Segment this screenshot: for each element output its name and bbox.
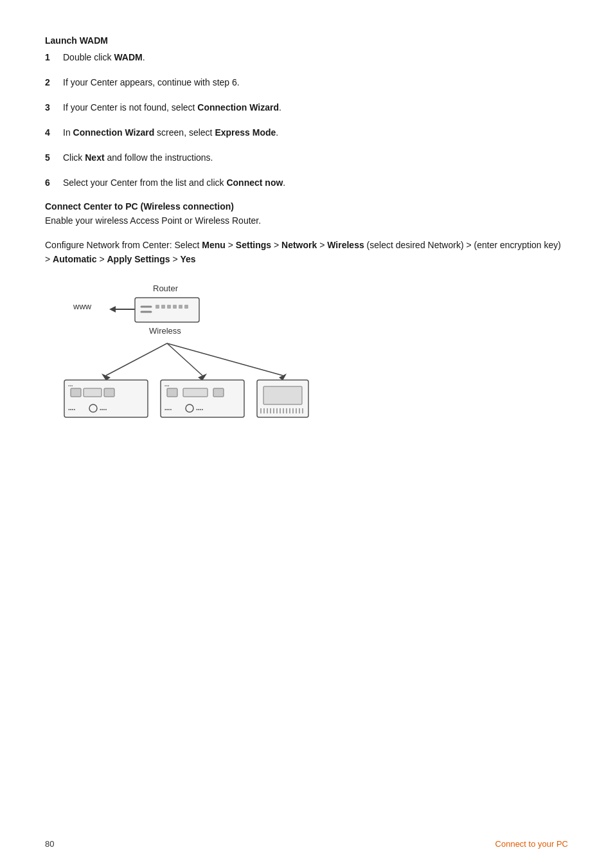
- www-label: www: [73, 302, 91, 311]
- step-num-3: 3: [45, 101, 63, 114]
- step-num-6: 6: [45, 176, 63, 190]
- section-subtext: Enable your wireless Access Point or Wir…: [45, 214, 568, 228]
- section-heading-2: Connect Center to PC (Wireless connectio…: [45, 201, 568, 212]
- step-text-2: If your Center appears, continue with st…: [63, 76, 240, 89]
- section-heading-1: Launch WADM: [45, 35, 568, 46]
- automatic-bold: Automatic: [53, 254, 96, 264]
- settings-bold: Settings: [236, 240, 271, 250]
- step-num-2: 2: [45, 76, 63, 89]
- step-6-bold: Connect now: [226, 177, 283, 188]
- svg-rect-29: [213, 388, 224, 397]
- step-text-5: Click Next and follow the instructions.: [63, 151, 213, 165]
- network-diagram: ••• •••• •••• ••• •••• ••••: [58, 282, 328, 424]
- step-num-4: 4: [45, 126, 63, 140]
- svg-rect-21: [104, 388, 114, 397]
- step-1: 1 Double click WADM.: [45, 51, 568, 64]
- svg-text:••••: ••••: [164, 406, 172, 412]
- apply-bold: Apply Settings: [107, 254, 170, 264]
- svg-rect-20: [84, 388, 102, 397]
- router-label: Router: [153, 284, 178, 293]
- step-text-4: In Connection Wizard screen, select Expr…: [63, 126, 278, 140]
- svg-rect-19: [71, 388, 81, 397]
- svg-text:•••: •••: [68, 383, 73, 388]
- step-4: 4 In Connection Wizard screen, select Ex…: [45, 126, 568, 140]
- svg-rect-27: [167, 388, 177, 397]
- step-4-bold1: Connection Wizard: [73, 127, 155, 138]
- svg-rect-7: [167, 305, 171, 309]
- step-5: 5 Click Next and follow the instructions…: [45, 151, 568, 165]
- page-footer: 80 Connect to your PC: [45, 839, 568, 849]
- svg-text:••••: ••••: [196, 406, 203, 412]
- svg-text:••••: ••••: [100, 406, 107, 412]
- svg-rect-2: [135, 298, 199, 322]
- diagram-svg: ••• •••• •••• ••• •••• ••••: [58, 282, 328, 424]
- svg-rect-8: [173, 305, 177, 309]
- svg-rect-28: [183, 388, 208, 397]
- step-2: 2 If your Center appears, continue with …: [45, 76, 568, 89]
- step-3: 3 If your Center is not found, select Co…: [45, 101, 568, 114]
- wireless-label: Wireless: [149, 326, 181, 336]
- svg-rect-10: [184, 305, 188, 309]
- svg-rect-5: [155, 305, 159, 309]
- svg-marker-1: [109, 306, 116, 312]
- yes-bold: Yes: [180, 254, 195, 264]
- step-num-1: 1: [45, 51, 63, 64]
- step-text-6: Select your Center from the list and cli…: [63, 176, 285, 190]
- step-text-3: If your Center is not found, select Conn…: [63, 101, 281, 114]
- footer-connect-text: Connect to your PC: [495, 839, 568, 849]
- svg-rect-48: [263, 386, 302, 404]
- step-text-1: Double click WADM.: [63, 51, 145, 64]
- svg-text:•••: •••: [164, 383, 170, 388]
- step-6: 6 Select your Center from the list and c…: [45, 176, 568, 190]
- step-3-bold: Connection Wizard: [197, 102, 279, 113]
- svg-text:••••: ••••: [68, 406, 75, 412]
- network-bold: Network: [281, 240, 317, 250]
- menu-bold: Menu: [202, 240, 226, 250]
- configure-text: Configure Network from Center: Select Me…: [45, 238, 568, 267]
- footer-page-number: 80: [45, 839, 54, 849]
- svg-rect-9: [179, 305, 182, 309]
- step-5-bold: Next: [85, 152, 104, 163]
- step-num-5: 5: [45, 151, 63, 165]
- wireless-bold: Wireless: [327, 240, 364, 250]
- svg-rect-6: [161, 305, 165, 309]
- svg-line-11: [106, 343, 167, 375]
- step-list: 1 Double click WADM. 2 If your Center ap…: [45, 51, 568, 190]
- step-4-bold2: Express Mode: [215, 127, 276, 138]
- step-1-bold: WADM: [114, 52, 142, 62]
